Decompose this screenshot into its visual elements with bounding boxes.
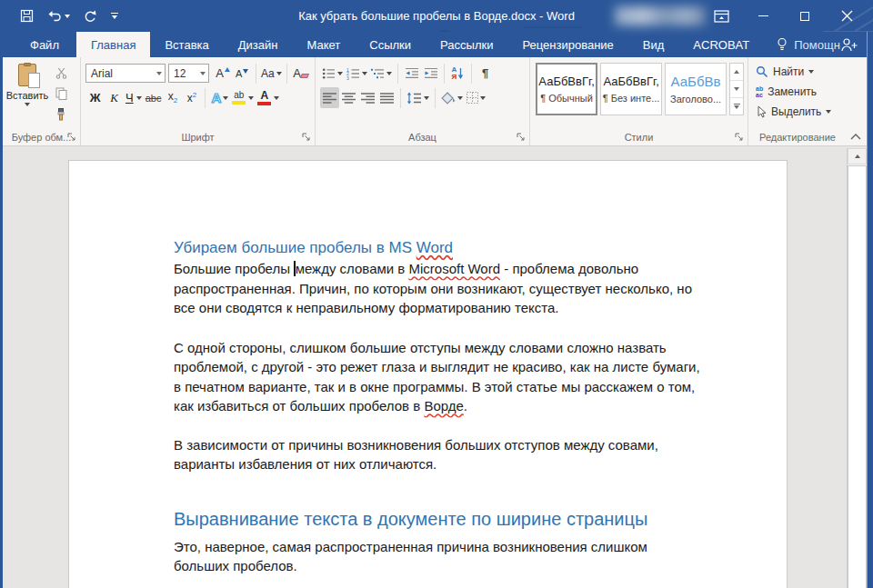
customize-quick-access-button[interactable] <box>111 13 118 19</box>
justify-button[interactable] <box>377 87 396 108</box>
tab-view[interactable]: Вид <box>628 32 679 57</box>
find-label: Найти <box>773 65 804 78</box>
clear-formatting-button[interactable]: A <box>291 63 310 84</box>
save-button[interactable] <box>20 9 34 23</box>
undo-button[interactable] <box>47 10 70 22</box>
svg-text:3: 3 <box>346 75 349 80</box>
tab-acrobat[interactable]: ACROBAT <box>678 32 764 57</box>
select-label: Выделить <box>771 105 821 118</box>
italic-button[interactable]: К <box>105 87 124 108</box>
select-cursor-icon <box>756 105 767 118</box>
bullets-button[interactable] <box>320 63 345 84</box>
word-window: Как убрать большие пробелы в Ворде.docx … <box>0 0 873 588</box>
shrink-font-button[interactable]: A <box>233 63 252 84</box>
styles-dialog-launcher[interactable] <box>735 133 744 142</box>
multilevel-list-icon <box>371 67 385 80</box>
font-color-button[interactable]: A <box>256 87 281 108</box>
grow-font-button[interactable]: A <box>214 63 233 84</box>
align-right-button[interactable] <box>358 87 377 108</box>
highlight-color-button[interactable]: ab <box>230 87 256 108</box>
document-page[interactable]: Убираем большие пробелы в MS Word Больши… <box>68 160 788 588</box>
document-text[interactable]: Убираем большие пробелы в MS Word Больши… <box>69 161 787 576</box>
redo-button[interactable] <box>84 10 97 23</box>
superscript-button[interactable]: x2 <box>182 87 201 108</box>
sort-button[interactable]: АЯ <box>448 63 467 84</box>
replace-label: Заменить <box>768 85 817 98</box>
italic-icon: К <box>110 91 118 105</box>
tab-design[interactable]: Дизайн <box>224 32 293 57</box>
tab-file[interactable]: Файл <box>13 32 76 57</box>
ribbon-home: Вставить <box>0 57 867 146</box>
multilevel-list-button[interactable] <box>369 63 394 84</box>
align-left-button[interactable] <box>320 87 339 108</box>
styles-gallery-more-button[interactable] <box>730 98 743 115</box>
change-case-button[interactable]: Aa <box>260 63 283 84</box>
borders-button[interactable] <box>465 87 487 108</box>
tab-references[interactable]: Ссылки <box>355 32 426 57</box>
align-center-button[interactable] <box>339 87 358 108</box>
paragraph-4[interactable]: Это, наверное, самая распространенная пр… <box>174 537 732 576</box>
misspelled-word: Ворде <box>424 398 463 414</box>
font-family-combobox[interactable]: Arial <box>85 64 166 83</box>
grow-font-icon: A <box>216 66 230 80</box>
group-styles: АаБбВвГг, ¶ Обычный АаБбВвГг, ¶ Без инте… <box>530 57 748 145</box>
close-button[interactable] <box>826 0 868 32</box>
doc-heading-1[interactable]: Убираем большие пробелы в MS Word <box>174 237 732 259</box>
line-spacing-icon <box>406 92 422 105</box>
find-button[interactable]: Найти <box>756 64 845 80</box>
bold-button[interactable]: Ж <box>85 87 105 108</box>
tab-home[interactable]: Главная <box>76 32 150 57</box>
font-size-combobox[interactable]: 12 <box>168 64 209 83</box>
doc-heading-2[interactable]: Выравнивание текста в документе по ширин… <box>174 507 732 531</box>
style-normal[interactable]: АаБбВвГг, ¶ Обычный <box>536 63 597 115</box>
underline-button[interactable]: Ч <box>124 87 144 108</box>
text-effects-button[interactable]: A <box>209 87 230 108</box>
clear-formatting-icon: A <box>293 66 308 80</box>
styles-scroll-down-button[interactable] <box>730 81 743 98</box>
styles-scroll-up-button[interactable] <box>730 64 743 81</box>
subscript-button[interactable]: x2 <box>163 87 182 108</box>
bullets-caret <box>337 72 343 75</box>
decrease-indent-button[interactable] <box>402 63 421 84</box>
select-button[interactable]: Выделить <box>756 104 845 120</box>
tab-mailings[interactable]: Рассылки <box>426 32 507 57</box>
scrollbar-thumb[interactable] <box>848 165 867 588</box>
collapse-ribbon-button[interactable] <box>850 134 861 140</box>
paragraph-2[interactable]: С одной стороны, слишком большие отступы… <box>174 338 732 416</box>
vertical-scrollbar[interactable] <box>847 148 867 588</box>
tab-review[interactable]: Рецензирование <box>507 32 627 57</box>
paste-button[interactable]: Вставить <box>5 61 50 125</box>
paragraph-1[interactable]: Большие пробелы между словами в Microsof… <box>174 259 732 318</box>
style-heading[interactable]: АаБбВв Заголово... <box>665 63 727 115</box>
minimize-button[interactable] <box>742 0 784 32</box>
style-heading-preview: АаБбВв <box>671 74 721 89</box>
scroll-up-button[interactable] <box>848 148 867 164</box>
strikethrough-button[interactable]: abc <box>144 87 164 108</box>
ribbon-display-options-button[interactable] <box>700 0 742 32</box>
underline-icon: Ч <box>125 91 134 105</box>
show-marks-button[interactable]: ¶ <box>476 63 495 84</box>
pilcrow-icon: ¶ <box>482 66 488 80</box>
tab-layout[interactable]: Макет <box>292 32 355 57</box>
clipboard-dialog-launcher[interactable] <box>67 133 76 142</box>
paragraph-3[interactable]: В зависимости от причины возникновения б… <box>174 435 732 474</box>
paragraph-dialog-launcher[interactable] <box>517 133 526 142</box>
paragraph-group-label: Абзац <box>316 132 529 143</box>
increase-indent-button[interactable] <box>421 63 440 84</box>
tell-me-assistant[interactable]: Помощн <box>777 32 840 57</box>
font-dialog-launcher[interactable] <box>302 133 311 142</box>
shading-button[interactable] <box>439 87 465 108</box>
cut-button[interactable] <box>50 63 72 83</box>
shading-caret <box>457 96 463 100</box>
customize-caret <box>112 15 117 19</box>
style-no-spacing[interactable]: АаБбВвГг, ¶ Без инте... <box>600 63 662 115</box>
numbering-button[interactable]: 123 <box>345 63 369 84</box>
line-spacing-button[interactable] <box>405 87 431 108</box>
replace-button[interactable]: ab ac Заменить <box>756 84 845 100</box>
maximize-button[interactable] <box>784 0 826 32</box>
format-painter-button[interactable] <box>50 105 72 125</box>
tab-insert[interactable]: Вставка <box>150 32 223 57</box>
group-clipboard: Вставить <box>3 57 81 145</box>
share-icon[interactable] <box>840 37 858 52</box>
copy-button[interactable] <box>50 84 72 104</box>
